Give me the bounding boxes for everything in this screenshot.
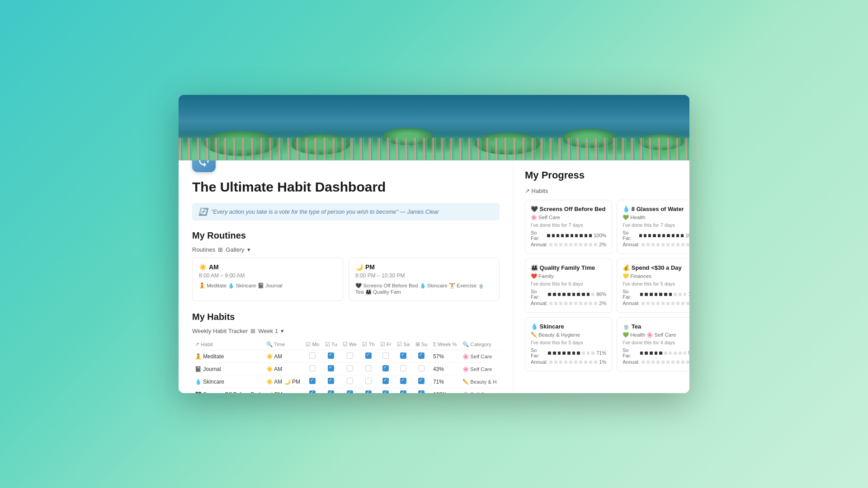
progress-annual: Annual: 1%: [623, 300, 689, 306]
progress-card-title: 🖤 Screens Off Before Bed: [531, 206, 606, 212]
habit-day-su[interactable]: [413, 375, 430, 388]
progress-card[interactable]: 🖤 Screens Off Before Bed 🌸 Self Care I'v…: [525, 200, 612, 254]
quote-box: 🔄 "Every action you take is a vote for t…: [192, 203, 500, 221]
habit-name: 💧 Skincare: [192, 375, 264, 388]
habit-day-we[interactable]: [340, 388, 359, 394]
habit-day-su[interactable]: [413, 363, 430, 375]
habit-day-sa[interactable]: [394, 375, 412, 388]
routines-title: My Routines: [192, 230, 500, 241]
habit-name: 🧘 Meditate: [192, 350, 264, 363]
progress-card-streak: I've done this for 7 days: [531, 222, 606, 228]
habit-day-tu[interactable]: [322, 388, 340, 394]
habits-label: ↗ Habits: [525, 188, 678, 194]
habit-percent: 71%: [430, 375, 460, 388]
progress-card-title: 💧 Skincare: [531, 323, 606, 330]
habit-day-su[interactable]: [413, 388, 430, 394]
routine-am-tags: 🧘 Meditate 💧 Skincare 📓 Journal: [199, 282, 336, 289]
habit-day-su[interactable]: [413, 350, 430, 363]
progress-card[interactable]: 💧 8 Glasses of Water 💚 Health I've done …: [617, 200, 689, 254]
habit-percent: 43%: [430, 363, 460, 375]
progress-so-far: So Far: 86%: [531, 289, 606, 300]
routine-am-title: ☀️AM: [199, 263, 336, 271]
progress-card[interactable]: 💰 Spend <$30 a Day 💛 Finances I've done …: [617, 258, 689, 313]
header-banner: [179, 95, 689, 160]
habit-time: ☀️ AM 🌙 PM: [264, 375, 303, 388]
habit-day-th[interactable]: [359, 375, 377, 388]
habit-day-sa[interactable]: [394, 350, 412, 363]
habit-table: ↗ Habit 🔍 Time ☑ Mo ☑ Tu ☑ We ☑ Th ☑ Fr …: [192, 339, 500, 393]
habit-day-sa[interactable]: [394, 363, 412, 375]
habit-day-th[interactable]: [359, 350, 377, 363]
habit-time: 🌙 PM: [264, 388, 303, 394]
habit-day-tu[interactable]: [322, 350, 340, 363]
habit-category: ✏️ Beauty & H: [460, 375, 500, 388]
habit-time: ☀️ AM: [264, 350, 303, 363]
sync-icon: [197, 160, 211, 168]
progress-annual: Annual: 2%: [623, 242, 689, 247]
habit-name: 🖤 Screens Off Before Bed: [192, 388, 264, 394]
habit-day-mo[interactable]: [303, 363, 322, 375]
habit-day-fr[interactable]: [377, 350, 394, 363]
progress-so-far: So Far: 100%: [623, 230, 689, 241]
habit-day-th[interactable]: [359, 388, 377, 394]
left-panel: The Ultimate Habit Dashboard 🔄 "Every ac…: [179, 160, 513, 393]
habit-day-we[interactable]: [340, 350, 359, 363]
tracker-label: Weekly Habit Tracker ⊞ Week 1 ▾: [192, 328, 500, 334]
progress-card-category: ❤️ Family: [531, 273, 606, 279]
habit-percent: 100%: [430, 388, 460, 394]
quote-icon: 🔄: [198, 207, 208, 216]
table-row[interactable]: 🧘 Meditate☀️ AM 57%🌸 Self Care: [192, 350, 500, 363]
progress-card-category: 🌸 Self Care: [531, 214, 606, 221]
routines-label: Routines ⊞ Gallery ▾: [192, 246, 500, 253]
progress-card-streak: I've done this for 5 days: [531, 340, 606, 345]
quote-text: "Every action you take is a vote for the…: [211, 209, 439, 215]
right-panel: My Progress ↗ Habits 🖤 Screens Off Befor…: [513, 160, 689, 393]
progress-card-category: 💚 Health 🌸 Self Care: [623, 332, 689, 338]
progress-card[interactable]: 🍵 Tea 💚 Health 🌸 Self Care I've done thi…: [617, 317, 689, 371]
routine-pm-time: 8:00 PM – 10:30 PM: [355, 272, 493, 279]
col-tu: ☑ Tu: [322, 339, 340, 350]
habit-category: 🌸 Self Care: [460, 388, 500, 394]
habit-day-th[interactable]: [359, 363, 377, 375]
progress-annual: Annual: 1%: [531, 359, 606, 365]
habit-day-fr[interactable]: [377, 388, 394, 394]
progress-annual: Annual: 2%: [531, 300, 606, 306]
table-row[interactable]: 📓 Journal☀️ AM 43%🌸 Self Care: [192, 363, 500, 375]
progress-card[interactable]: 👨‍👩‍👧 Quality Family Time ❤️ Family I've…: [525, 258, 612, 313]
habit-day-we[interactable]: [340, 375, 359, 388]
col-fr: ☑ Fr: [377, 339, 394, 350]
table-header: ↗ Habit 🔍 Time ☑ Mo ☑ Tu ☑ We ☑ Th ☑ Fr …: [192, 339, 500, 350]
habit-day-mo[interactable]: [303, 375, 322, 388]
habit-day-mo[interactable]: [303, 350, 322, 363]
app-window: The Ultimate Habit Dashboard 🔄 "Every ac…: [179, 95, 689, 393]
progress-card-streak: I've done this for 4 days: [623, 340, 689, 345]
routine-am-time: 8:00 AM – 9:00 AM: [199, 272, 336, 279]
table-row[interactable]: 🖤 Screens Off Before Bed🌙 PM 100%🌸 Self …: [192, 388, 500, 394]
habit-day-tu[interactable]: [322, 363, 340, 375]
progress-card[interactable]: 💧 Skincare ✏️ Beauty & Hygiene I've done…: [525, 317, 612, 371]
progress-title: My Progress: [525, 169, 678, 181]
progress-card-streak: I've done this for 6 days: [531, 281, 606, 286]
habit-day-fr[interactable]: [377, 363, 394, 375]
habit-time: ☀️ AM: [264, 363, 303, 375]
routine-card-am[interactable]: ☀️AM 8:00 AM – 9:00 AM 🧘 Meditate 💧 Skin…: [192, 258, 343, 301]
routine-card-pm[interactable]: 🌙PM 8:00 PM – 10:30 PM 🖤 Screens Off Bef…: [349, 258, 500, 301]
table-row[interactable]: 💧 Skincare☀️ AM 🌙 PM 71%✏️ Beauty & H: [192, 375, 500, 388]
habit-day-fr[interactable]: [377, 375, 394, 388]
progress-so-far: So Far: 57%: [623, 347, 689, 358]
habit-day-we[interactable]: [340, 363, 359, 375]
content-area: The Ultimate Habit Dashboard 🔄 "Every ac…: [179, 160, 689, 393]
habit-category: 🌸 Self Care: [460, 350, 500, 363]
col-su: ⊞ Su: [413, 339, 430, 350]
habit-day-mo[interactable]: [303, 388, 322, 394]
progress-card-category: 💚 Health: [623, 214, 689, 221]
progress-annual: Annual: 2%: [531, 242, 606, 247]
routine-pm-tags: 🖤 Screens Off Before Bed 💧 Skincare 🏋️ E…: [355, 282, 493, 295]
col-habit: ↗ Habit: [192, 339, 264, 350]
habit-day-tu[interactable]: [322, 375, 340, 388]
progress-so-far: So Far: 71%: [623, 289, 689, 300]
habit-day-sa[interactable]: [394, 388, 412, 394]
progress-annual: Annual: 1%: [623, 359, 689, 365]
progress-card-streak: I've done this for 7 days: [623, 222, 689, 228]
progress-so-far: So Far: 71%: [531, 347, 606, 358]
